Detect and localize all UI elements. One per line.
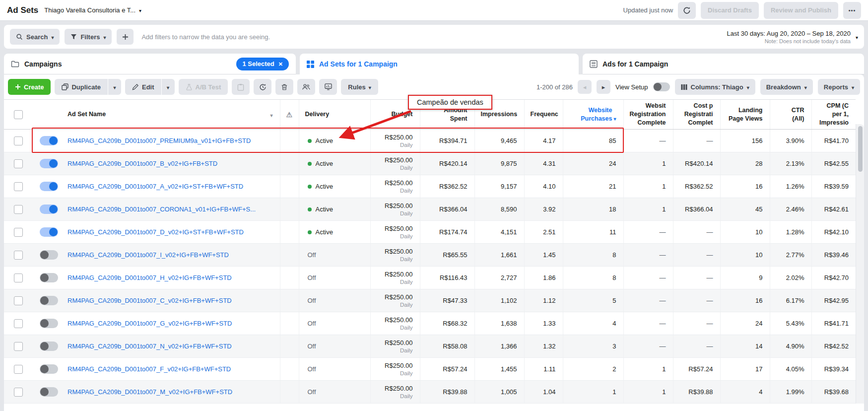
ad-set-name-link[interactable]: RM4PAG_CA209b_D001to007_G_v02+IG+FB+WF+S… xyxy=(67,320,273,327)
row-checkbox[interactable] xyxy=(14,388,23,397)
metric-value: — xyxy=(660,320,666,327)
ad-set-name-link[interactable]: RM4PAG_CA209b_D001to007_F_v02+IG+FB+WF+S… xyxy=(67,365,273,373)
chevron-down-icon xyxy=(113,83,116,91)
row-checkbox[interactable] xyxy=(14,182,23,191)
account-picker[interactable]: Thiago Varella Consultoria e T... xyxy=(44,6,141,14)
next-page-button[interactable] xyxy=(597,80,610,94)
ad-set-toggle[interactable] xyxy=(40,319,58,328)
col-header-frequency[interactable]: Frequenc xyxy=(524,100,563,130)
row-checkbox[interactable] xyxy=(14,159,23,168)
row-checkbox[interactable] xyxy=(14,319,23,328)
col-header-cpm[interactable]: CPM (C per 1, Impressio xyxy=(811,100,856,130)
reports-dropdown[interactable]: Reports xyxy=(818,79,860,95)
col-header-budget[interactable]: Budget xyxy=(370,100,420,130)
metric-value: R$57.24 xyxy=(688,365,713,373)
row-checkbox[interactable] xyxy=(14,251,23,260)
col-header-name[interactable]: Ad Set Name xyxy=(62,100,280,130)
duplicate-button[interactable]: Duplicate xyxy=(55,79,108,95)
ad-set-toggle[interactable] xyxy=(40,273,58,282)
chevron-down-icon[interactable] xyxy=(270,112,272,119)
ad-set-toggle[interactable] xyxy=(40,387,58,397)
columns-dropdown[interactable]: Columns: Thiago xyxy=(675,79,755,95)
scrollbar-thumb[interactable] xyxy=(858,126,863,172)
row-checkbox[interactable] xyxy=(14,205,23,214)
duplicate-menu-button[interactable] xyxy=(108,79,121,95)
delivery-status: Off xyxy=(308,342,316,350)
history-button[interactable] xyxy=(254,79,271,95)
col-header-spent[interactable]: Amount Spent xyxy=(420,100,474,130)
review-publish-button[interactable]: Review and Publish xyxy=(764,2,838,19)
ad-set-toggle[interactable] xyxy=(40,182,58,191)
col-header-impressions[interactable]: Impressions xyxy=(474,100,524,130)
row-checkbox[interactable] xyxy=(14,137,23,145)
ad-set-name-link[interactable]: RM4PAG_CA209b_D001to007_D_v02+IG+ST+FB+W… xyxy=(67,228,273,236)
more-options-button[interactable] xyxy=(843,2,861,19)
pixel-button[interactable] xyxy=(319,79,337,95)
filters-dropdown[interactable]: Filters xyxy=(65,29,112,45)
ad-set-name-link[interactable]: RM4PAG_CA209b_D001to007_N_v02+IG+FB+WF+S… xyxy=(67,342,273,350)
cell-cost_reg: R$420.14 xyxy=(673,152,720,175)
metric-value: R$65.55 xyxy=(443,251,467,259)
ad-set-toggle[interactable] xyxy=(40,159,58,168)
vertical-scrollbar[interactable] xyxy=(856,124,864,404)
metric-value: — xyxy=(707,342,713,350)
delete-button[interactable] xyxy=(275,79,293,95)
ad-set-name-link[interactable]: RM4PAG_CA209b_D001to007_CORONA1_v01+IG+F… xyxy=(67,206,273,213)
ad-set-name-link[interactable]: RM4PAG_CA209b_D001to007_B_v02+IG+FB+STD xyxy=(67,160,273,167)
prev-page-button[interactable] xyxy=(578,80,592,94)
audience-button[interactable] xyxy=(297,79,315,95)
row-checkbox[interactable] xyxy=(14,365,23,374)
view-setup-toggle[interactable] xyxy=(653,82,670,91)
tab-ad-sets[interactable]: Ad Sets for 1 Campaign xyxy=(300,54,579,74)
ad-set-name-link[interactable]: RM4PAG_CA209b_D001to007_H_v02+IG+FB+WF+S… xyxy=(67,274,273,281)
row-checkbox[interactable] xyxy=(14,274,23,282)
cell-warn xyxy=(280,335,299,358)
cell-checkbox xyxy=(4,221,34,244)
col-header-ctr[interactable]: CTR (All) xyxy=(770,100,811,130)
close-icon[interactable] xyxy=(278,60,283,68)
metric-value: — xyxy=(707,274,713,281)
ad-set-toggle[interactable] xyxy=(40,342,58,351)
col-header-delivery[interactable]: Delivery xyxy=(299,100,370,130)
ad-set-toggle[interactable] xyxy=(40,227,58,237)
ad-set-toggle[interactable] xyxy=(40,136,58,145)
ad-set-name-link[interactable]: RM4PAG_CA209b_D001to007_C_v02+IG+FB+WF+S… xyxy=(67,297,273,304)
col-header-toggle xyxy=(34,100,62,130)
search-dropdown[interactable]: Search xyxy=(10,29,60,45)
refresh-button[interactable] xyxy=(678,2,696,19)
col-header-lpv[interactable]: Landing Page Views xyxy=(720,100,770,130)
row-checkbox[interactable] xyxy=(14,342,23,351)
tab-campaigns[interactable]: Campaigns 1 Selected xyxy=(4,54,296,74)
selected-filter-pill[interactable]: 1 Selected xyxy=(236,58,289,70)
tab-ad-sets-label: Ad Sets for 1 Campaign xyxy=(319,60,398,68)
row-checkbox[interactable] xyxy=(14,296,23,305)
metric-value: — xyxy=(660,228,666,236)
select-all-checkbox[interactable] xyxy=(14,110,23,119)
ad-sets-table: Ad Set NameDeliveryBudgetAmount SpentImp… xyxy=(4,99,864,404)
breakdown-dropdown[interactable]: Breakdown xyxy=(760,79,813,95)
ad-set-toggle[interactable] xyxy=(40,364,58,374)
tab-ads[interactable]: Ads for 1 Campaign xyxy=(583,54,864,74)
budget-value: R$250.00 xyxy=(377,271,413,278)
ad-set-name-link[interactable]: RM4PAG_CA209b_D001to007_M_v02+IG+FB+WF+S… xyxy=(67,388,273,396)
ad-set-name-link[interactable]: RM4PAG_CA209b_D001to007_I_v02+IG+FB+WF+S… xyxy=(67,251,273,259)
add-filter-button[interactable] xyxy=(117,29,134,45)
ad-set-name-link[interactable]: RM4PAG_CA209b_D001to007_A_v02+IG+ST+FB+W… xyxy=(67,183,273,190)
date-range-picker[interactable]: Last 30 days: Aug 20, 2020 – Sep 18, 202… xyxy=(727,30,858,44)
ab-test-button[interactable]: A/B Test xyxy=(179,79,228,95)
create-button[interactable]: Create xyxy=(8,79,51,95)
edit-button[interactable]: Edit xyxy=(125,79,161,95)
ad-set-name-link[interactable]: RM4PAG_CA209b_D001to007_PREMIUM9a_v01+IG… xyxy=(67,137,273,144)
discard-drafts-button[interactable]: Discard Drafts xyxy=(701,2,759,19)
row-checkbox[interactable] xyxy=(14,228,23,237)
col-header-purchases[interactable]: Website Purchases xyxy=(563,100,623,130)
col-header-reg_complete[interactable]: Websit Registration Complete xyxy=(623,100,673,130)
notes-button[interactable] xyxy=(232,79,250,95)
ad-set-toggle[interactable] xyxy=(40,296,58,305)
col-header-cost_reg[interactable]: Cost p Registrati Complet xyxy=(673,100,720,130)
cell-toggle xyxy=(34,381,62,404)
rules-dropdown[interactable]: Rules xyxy=(341,79,378,95)
ad-set-toggle[interactable] xyxy=(40,250,58,260)
ad-set-toggle[interactable] xyxy=(40,205,58,214)
edit-menu-button[interactable] xyxy=(162,79,175,95)
